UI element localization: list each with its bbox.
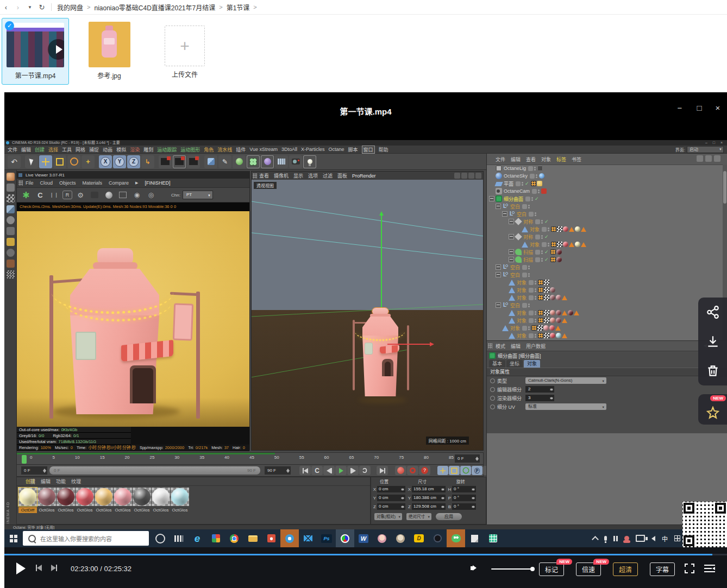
expand-toggle-icon[interactable] <box>509 219 514 224</box>
vp-menu-options[interactable]: 选项 <box>308 172 318 179</box>
visibility-dots[interactable] <box>541 220 543 224</box>
object-tag-icon[interactable] <box>543 325 549 331</box>
c4d-menu-item[interactable]: 动画 <box>103 146 112 153</box>
c4d-window-buttons[interactable]: – □ × <box>705 140 725 146</box>
om-menu-item[interactable]: 文件 <box>496 156 505 163</box>
enabled-check-icon[interactable]: ✓ <box>544 249 549 255</box>
visibility-dots[interactable] <box>531 197 533 201</box>
material-picker-icon[interactable]: ◎ <box>145 189 157 201</box>
enabled-check-icon[interactable]: ✓ <box>544 234 549 239</box>
file-card-image[interactable]: 参考.jpg <box>87 18 131 84</box>
layer-box[interactable] <box>529 288 534 293</box>
vp-menu-filter[interactable]: 过滤 <box>323 172 333 179</box>
taskbar-app-icon[interactable] <box>206 529 225 547</box>
goto-end-icon[interactable] <box>377 466 388 475</box>
object-name[interactable]: OctaneSky <box>504 173 528 179</box>
object-name[interactable]: 空白 <box>510 264 520 271</box>
taskbar-app-icon[interactable]: W <box>354 529 373 547</box>
taskbar-app-icon[interactable]: e <box>188 529 206 547</box>
object-tag-icon[interactable] <box>562 333 567 338</box>
c4d-menu-item[interactable]: 捕捉 <box>89 146 99 153</box>
visibility-dots[interactable] <box>535 334 536 338</box>
lock-z-icon[interactable]: Z <box>127 155 140 168</box>
c4d-menu-item[interactable]: X-Particles <box>301 147 325 152</box>
object-tag-icon[interactable] <box>550 257 556 262</box>
object-name[interactable]: 对象 <box>517 332 527 339</box>
object-name[interactable]: 对象 <box>517 294 527 301</box>
object-tag-icon[interactable] <box>537 325 543 331</box>
player-action-button[interactable]: 倍速 NEW <box>576 562 601 576</box>
lock-x-icon[interactable]: X <box>99 155 112 168</box>
object-name[interactable]: 对象 <box>517 317 527 324</box>
left-tool-icon[interactable] <box>7 216 15 224</box>
am-menu-edit[interactable]: 编辑 <box>511 343 521 350</box>
drag-handle-icon[interactable] <box>30 479 35 484</box>
object-row[interactable]: 空白 ✓ <box>487 301 723 309</box>
object-name[interactable]: 空白 <box>510 271 520 279</box>
visibility-dots[interactable] <box>541 250 543 254</box>
pen-spline-icon[interactable]: ✎ <box>218 155 231 168</box>
expand-toggle-icon[interactable] <box>496 204 501 209</box>
pause-icon[interactable]: ❘❘ <box>48 189 60 201</box>
layer-box[interactable] <box>529 311 534 315</box>
render-settings-icon[interactable] <box>173 155 186 168</box>
drag-handle-icon[interactable] <box>18 180 23 186</box>
expand-toggle-icon[interactable] <box>496 272 501 277</box>
taskbar-app-icon[interactable] <box>280 529 299 547</box>
object-row[interactable]: 对象 ✓ <box>487 309 723 317</box>
left-tool-icon[interactable] <box>7 205 15 213</box>
focus-picker-icon[interactable]: ◉ <box>131 189 143 201</box>
taskbar-app-icon[interactable] <box>484 529 502 547</box>
expand-toggle-icon[interactable] <box>502 211 507 217</box>
network-monitor-icon[interactable] <box>636 535 645 542</box>
object-tag-icon[interactable] <box>550 249 556 255</box>
position-input[interactable]: 0 cm <box>377 503 405 510</box>
breadcrumb-course[interactable]: niaoniao零基础C4D直播课2021年7月结课 <box>94 3 215 12</box>
object-tag-icon[interactable] <box>531 181 536 186</box>
y-axis-handle[interactable] <box>381 216 382 308</box>
visibility-dots[interactable] <box>528 326 530 330</box>
vp-menu-view[interactable]: 查看 <box>259 172 269 179</box>
object-tags[interactable] <box>541 188 547 194</box>
volume-icon[interactable] <box>651 536 655 541</box>
layer-box[interactable] <box>516 181 521 186</box>
minimize-button[interactable]: − <box>673 103 687 112</box>
layer-box[interactable] <box>535 235 540 239</box>
object-tags[interactable] <box>538 318 568 323</box>
taskbar-app-icon[interactable] <box>391 529 410 547</box>
object-tag-icon[interactable] <box>569 227 574 232</box>
layer-box[interactable] <box>529 280 534 285</box>
camera-icon[interactable] <box>289 155 302 168</box>
play-button[interactable] <box>16 562 26 574</box>
material-ball-icon[interactable] <box>103 189 115 201</box>
c4d-menu-item[interactable]: 工具 <box>62 146 72 153</box>
taskbar-app-icon[interactable] <box>225 529 243 547</box>
object-name[interactable]: 对象 <box>517 279 527 286</box>
size-input[interactable]: 155.18 cm <box>412 486 446 492</box>
generator-icon[interactable] <box>233 155 246 168</box>
object-row[interactable]: 对称 ✓ <box>487 233 723 241</box>
touch-keyboard-icon[interactable] <box>674 535 680 541</box>
playlist-icon[interactable] <box>704 564 715 573</box>
position-input[interactable]: 0 cm <box>377 495 405 501</box>
interface-dropdown[interactable]: 启动 <box>687 146 724 153</box>
object-row[interactable]: 空白 ✓ <box>487 263 723 271</box>
keyframe-help-icon[interactable]: ? <box>419 466 430 475</box>
render-subdivision-input[interactable]: 3 <box>525 395 554 401</box>
mograph-icon[interactable] <box>247 155 260 168</box>
object-row[interactable]: 细分曲面 ✓ <box>487 195 723 203</box>
layer-box[interactable] <box>535 257 540 262</box>
object-name[interactable]: OctaneLig <box>504 166 526 171</box>
object-tag-icon[interactable] <box>531 325 537 331</box>
visibility-dots[interactable] <box>548 243 549 246</box>
om-menu-item[interactable]: 编辑 <box>511 156 521 163</box>
task-bars-icon[interactable] <box>613 536 618 541</box>
object-tag-icon[interactable] <box>556 249 562 255</box>
play-icon[interactable] <box>335 466 347 475</box>
rotation-input[interactable]: 0 ° <box>452 486 476 492</box>
object-row[interactable]: 对象 ✓ <box>487 317 723 324</box>
lock-resolution-icon[interactable] <box>89 189 101 201</box>
key-parameter-icon[interactable]: Ⓟ <box>472 466 482 475</box>
object-tag-icon[interactable] <box>557 226 562 232</box>
am-menu-userdata[interactable]: 用户数据 <box>526 343 546 350</box>
